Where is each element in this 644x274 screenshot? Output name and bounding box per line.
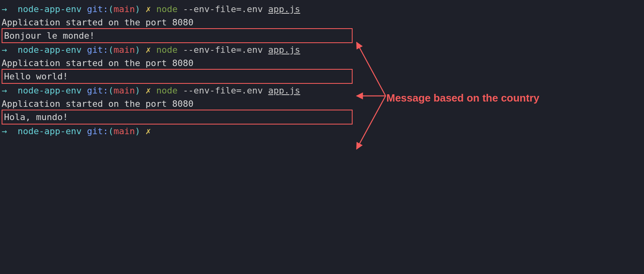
- prompt-dir: node-app-env: [18, 85, 82, 95]
- command-name: node: [156, 45, 178, 55]
- command-name: node: [156, 4, 178, 14]
- prompt-git-label: git:: [87, 45, 108, 55]
- output-message-box: Hola, mundo!: [2, 110, 353, 125]
- prompt-dir: node-app-env: [18, 45, 82, 55]
- prompt-dir: node-app-env: [18, 4, 82, 14]
- paren-close: ): [135, 85, 140, 95]
- paren-open: (: [108, 126, 114, 136]
- output-started: Application started on the port 8080: [2, 56, 642, 70]
- prompt-arrow-icon: →: [2, 4, 7, 14]
- prompt-branch: main: [114, 126, 135, 136]
- prompt-arrow-icon: →: [2, 126, 7, 136]
- command-file: app.js: [268, 85, 300, 95]
- prompt-git-label: git:: [87, 85, 108, 95]
- prompt-line: → node-app-env git:(main) ✗: [2, 125, 642, 138]
- paren-open: (: [108, 4, 114, 14]
- dirty-icon: ✗: [146, 45, 151, 55]
- command-name: node: [156, 85, 178, 95]
- paren-open: (: [108, 45, 114, 55]
- output-message-box: Hello world!: [2, 69, 353, 84]
- command-args: --env-file=.env: [183, 45, 263, 55]
- output-message-box: Bonjour le monde!: [2, 28, 353, 43]
- prompt-line: → node-app-env git:(main) ✗ node --env-f…: [2, 43, 642, 56]
- command-args: --env-file=.env: [183, 85, 263, 95]
- prompt-git-label: git:: [87, 4, 108, 14]
- prompt-branch: main: [114, 85, 135, 95]
- prompt-dir: node-app-env: [18, 126, 82, 136]
- prompt-line: → node-app-env git:(main) ✗ node --env-f…: [2, 84, 642, 97]
- output-started: Application started on the port 8080: [2, 16, 642, 29]
- prompt-git-label: git:: [87, 126, 108, 136]
- paren-close: ): [135, 126, 140, 136]
- prompt-line: → node-app-env git:(main) ✗ node --env-f…: [2, 2, 642, 16]
- command-args: --env-file=.env: [183, 4, 263, 14]
- prompt-branch: main: [114, 4, 135, 14]
- terminal[interactable]: → node-app-env git:(main) ✗ node --env-f…: [0, 0, 644, 274]
- paren-close: ): [135, 45, 140, 55]
- command-file: app.js: [268, 4, 300, 14]
- prompt-arrow-icon: →: [2, 45, 7, 55]
- dirty-icon: ✗: [146, 126, 151, 136]
- output-started: Application started on the port 8080: [2, 97, 642, 110]
- prompt-branch: main: [114, 45, 135, 55]
- dirty-icon: ✗: [146, 4, 151, 14]
- annotation-label: Message based on the country: [386, 90, 539, 106]
- prompt-arrow-icon: →: [2, 85, 7, 95]
- paren-open: (: [108, 85, 114, 95]
- paren-close: ): [135, 4, 140, 14]
- dirty-icon: ✗: [146, 85, 151, 95]
- command-file: app.js: [268, 45, 300, 55]
